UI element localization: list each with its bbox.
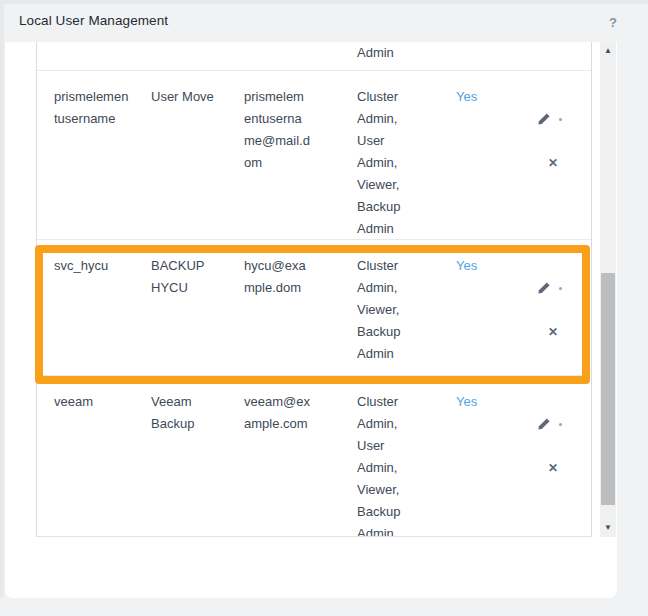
- enabled-cell: Yes: [456, 240, 534, 375]
- email-cell: veeam@ex ample.com: [244, 376, 357, 536]
- roles-cell: Cluster Admin, User Admin, Viewer, Backu…: [357, 71, 456, 239]
- table-row[interactable]: veeam Veeam Backup veeam@ex ample.com Cl…: [37, 376, 591, 536]
- username-cell: prismelemen tusername: [54, 71, 151, 239]
- row-gutter: [37, 42, 54, 70]
- table-row-partial[interactable]: Admin: [37, 42, 591, 71]
- roles-cell: Cluster Admin, User Admin, Viewer, Backu…: [357, 376, 456, 536]
- edit-pencil-icon[interactable]: [537, 417, 551, 431]
- table-row[interactable]: prismelemen tusername User Move prismele…: [37, 71, 591, 240]
- help-icon[interactable]: ?: [609, 15, 617, 30]
- actions-cell: ✕: [534, 376, 591, 536]
- row-gutter: [37, 240, 54, 375]
- username-cell: [54, 42, 151, 70]
- actions-cell: [534, 42, 591, 70]
- vertical-scrollbar[interactable]: ▲ ▼: [600, 42, 616, 537]
- dot-icon: [559, 287, 562, 290]
- user-table: Admin prismelemen tusername User Move pr…: [36, 42, 592, 537]
- edit-pencil-icon[interactable]: [537, 112, 551, 126]
- roles-cell: Cluster Admin, Viewer, Backup Admin: [357, 240, 456, 375]
- name-cell: Veeam Backup: [151, 376, 244, 536]
- local-user-management-dialog: Local User Management ? Admin prismeleme…: [0, 0, 648, 616]
- delete-x-icon[interactable]: ✕: [534, 322, 591, 344]
- dot-icon: [559, 423, 562, 426]
- actions-cell: ✕: [534, 240, 591, 375]
- name-cell: [151, 42, 244, 70]
- name-cell: User Move: [151, 71, 244, 239]
- actions-cell: ✕: [534, 71, 591, 239]
- roles-cell: Admin: [357, 42, 456, 70]
- username-cell: veeam: [54, 376, 151, 536]
- row-gutter: [37, 376, 54, 536]
- page-title: Local User Management: [19, 13, 168, 28]
- dot-icon: [559, 118, 562, 121]
- edit-pencil-icon[interactable]: [537, 281, 551, 295]
- enabled-cell: Yes: [456, 71, 534, 239]
- name-cell: BACKUP HYCU: [151, 240, 244, 375]
- dialog-body: Admin prismelemen tusername User Move pr…: [5, 42, 617, 598]
- scrollbar-thumb[interactable]: [601, 273, 615, 505]
- username-cell: svc_hycu: [54, 240, 151, 375]
- table-row-highlighted[interactable]: svc_hycu BACKUP HYCU hycu@exa mple.dom C…: [37, 240, 591, 376]
- email-cell: [244, 42, 357, 70]
- email-cell: hycu@exa mple.dom: [244, 240, 357, 375]
- email-cell: prismelem entuserna me@mail.d om: [244, 71, 357, 239]
- delete-x-icon[interactable]: ✕: [534, 458, 591, 480]
- row-gutter: [37, 71, 54, 239]
- delete-x-icon[interactable]: ✕: [534, 153, 591, 175]
- enabled-cell: [456, 42, 534, 70]
- enabled-cell: Yes: [456, 376, 534, 536]
- scroll-down-icon[interactable]: ▼: [600, 521, 616, 535]
- scroll-up-icon[interactable]: ▲: [600, 44, 616, 58]
